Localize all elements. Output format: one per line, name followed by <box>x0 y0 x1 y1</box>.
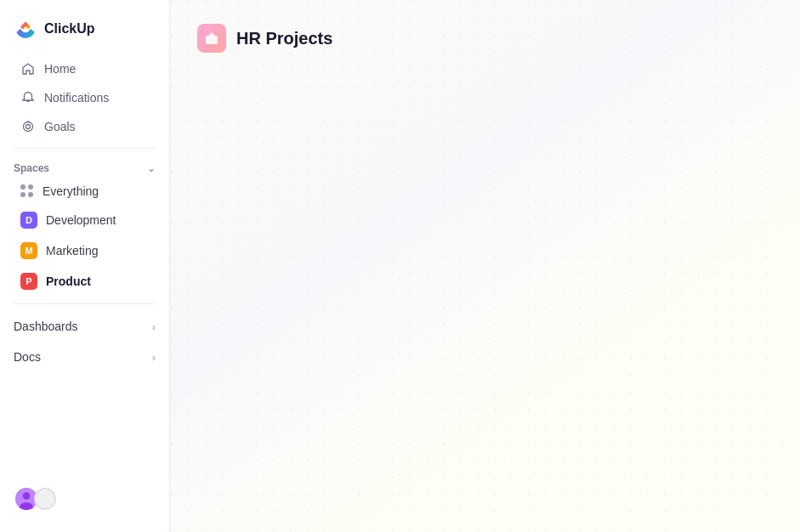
hr-projects-icon <box>197 24 226 53</box>
marketing-badge: M <box>20 242 37 259</box>
logo[interactable]: ClickUp <box>0 10 169 54</box>
space-everything-label: Everything <box>43 184 99 198</box>
space-item-product[interactable]: P Product <box>7 267 162 296</box>
docs-chevron-icon: › <box>152 351 156 364</box>
space-item-everything[interactable]: Everything <box>7 178 162 204</box>
sidebar-bottom <box>0 476 169 522</box>
space-item-marketing[interactable]: M Marketing <box>7 236 162 265</box>
svg-point-0 <box>24 122 33 132</box>
sidebar-divider-2 <box>14 303 156 304</box>
section-item-docs[interactable]: Docs › <box>0 342 169 371</box>
nav-item-home[interactable]: Home <box>7 55 162 82</box>
nav-notifications-label: Notifications <box>44 91 109 105</box>
spaces-header[interactable]: Spaces ⌄ <box>0 156 169 178</box>
space-marketing-label: Marketing <box>46 244 98 258</box>
space-development-label: Development <box>46 213 116 227</box>
main-header: HR Projects <box>170 0 800 70</box>
svg-point-1 <box>26 125 31 129</box>
main-content-inner: HR Projects <box>170 0 800 532</box>
space-product-label: Product <box>46 274 91 288</box>
nav-home-label: Home <box>44 62 76 76</box>
development-badge: D <box>20 212 37 229</box>
page-title: HR Projects <box>236 29 332 48</box>
nav-item-notifications[interactable]: Notifications <box>7 84 162 111</box>
nav-item-goals[interactable]: Goals <box>7 113 162 140</box>
dashboards-label: Dashboards <box>14 320 78 333</box>
product-badge: P <box>20 273 37 290</box>
spaces-chevron-icon: ⌄ <box>147 162 156 174</box>
space-item-development[interactable]: D Development <box>7 206 162 235</box>
sidebar-divider <box>14 148 156 149</box>
sidebar: ClickUp Home Notifications Goals <box>0 0 170 532</box>
svg-point-5 <box>20 502 33 511</box>
dashboards-chevron-icon: › <box>152 320 156 333</box>
everything-dots-icon <box>20 184 34 198</box>
avatar-ghost <box>34 488 56 510</box>
docs-label: Docs <box>14 350 41 364</box>
avatar-stack[interactable] <box>14 486 56 512</box>
nav-goals-label: Goals <box>44 120 76 133</box>
spaces-label: Spaces <box>14 162 49 174</box>
section-item-dashboards[interactable]: Dashboards › <box>0 312 169 341</box>
main-content: HR Projects <box>170 0 800 532</box>
logo-text: ClickUp <box>44 21 95 37</box>
home-icon <box>20 61 36 76</box>
goals-icon <box>20 119 36 134</box>
bell-icon <box>20 90 36 105</box>
clickup-logo-icon <box>14 17 37 41</box>
svg-point-4 <box>23 492 31 500</box>
